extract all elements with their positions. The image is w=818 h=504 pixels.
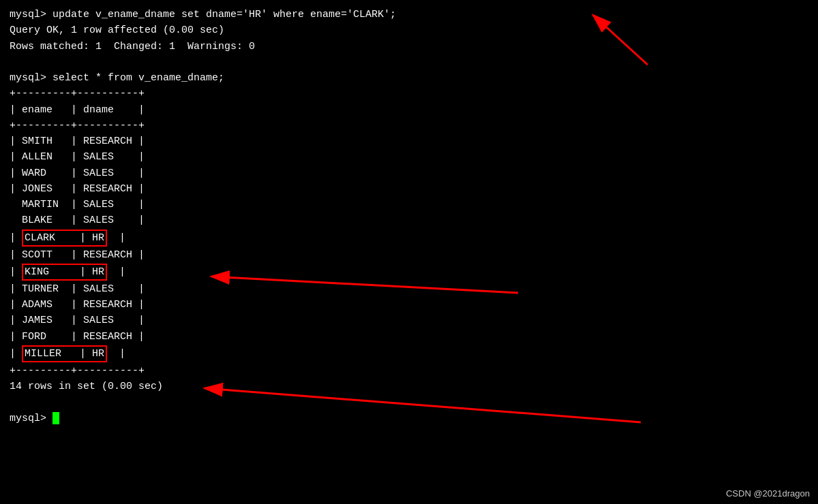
rows-matched: Rows matched: 1 Changed: 1 Warnings: 0 bbox=[10, 39, 808, 54]
terminal-window: mysql> update v_ename_dname set dname='H… bbox=[0, 0, 818, 433]
query-ok: Query OK, 1 row affected (0.00 sec) bbox=[10, 22, 808, 38]
table-border-bottom: +---------+----------+ bbox=[10, 363, 808, 379]
row-adams: | ADAMS | RESEARCH | bbox=[10, 297, 808, 313]
final-prompt: mysql> bbox=[10, 411, 808, 426]
sql-select-cmd: mysql> select * from v_ename_dname; bbox=[10, 70, 808, 86]
row-ford: | FORD | RESEARCH | bbox=[10, 329, 808, 345]
sql-update-cmd: mysql> update v_ename_dname set dname='H… bbox=[10, 7, 808, 22]
row-blake: BLAKE | SALES | bbox=[10, 212, 808, 228]
row-count: 14 rows in set (0.00 sec) bbox=[10, 379, 808, 394]
clark-highlight: CLARK | HR bbox=[22, 230, 107, 247]
king-highlight: KING | HR bbox=[22, 264, 107, 281]
row-martin: MARTIN | SALES | bbox=[10, 197, 808, 212]
row-miller: | MILLER | HR | bbox=[10, 345, 808, 363]
blank-line-1 bbox=[10, 54, 808, 70]
row-jones: | JONES | RESEARCH | bbox=[10, 181, 808, 197]
row-scott: | SCOTT | RESEARCH | bbox=[10, 247, 808, 263]
miller-highlight: MILLER | HR bbox=[22, 345, 107, 362]
watermark: CSDN @2021dragon bbox=[726, 488, 810, 499]
blank-line-2 bbox=[10, 394, 808, 410]
row-ward: | WARD | SALES | bbox=[10, 166, 808, 181]
table-header: | ename | dname | bbox=[10, 102, 808, 118]
row-smith: | SMITH | RESEARCH | bbox=[10, 133, 808, 149]
row-king: | KING | HR | bbox=[10, 263, 808, 281]
table-border-header: +---------+----------+ bbox=[10, 118, 808, 133]
row-james: | JAMES | SALES | bbox=[10, 313, 808, 328]
row-turner: | TURNER | SALES | bbox=[10, 281, 808, 297]
row-clark: | CLARK | HR | bbox=[10, 229, 808, 247]
row-allen: | ALLEN | SALES | bbox=[10, 149, 808, 165]
table-border-top: +---------+----------+ bbox=[10, 86, 808, 101]
cursor bbox=[52, 412, 59, 424]
